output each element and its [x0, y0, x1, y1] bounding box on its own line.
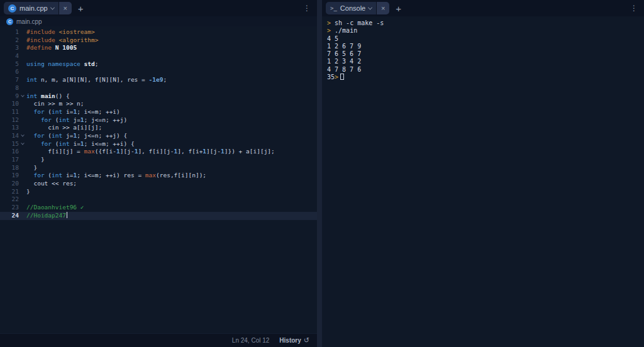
history-icon: ↺	[304, 336, 309, 344]
tab-close-button[interactable]: ×	[377, 2, 389, 14]
fold-spacer	[19, 76, 26, 84]
console-text: 35	[327, 74, 335, 80]
code-line[interactable]: 13 cin >> a[i][j];	[0, 124, 317, 132]
line-number: 8	[0, 84, 19, 92]
line-number: 14	[0, 132, 19, 140]
editor-statusbar: Ln 24, Col 12 History ↺	[0, 333, 317, 347]
line-number: 2	[0, 36, 19, 45]
code-text: for (int j=1; j<=n; ++j)	[26, 116, 127, 124]
code-editor[interactable]: 1#include <iostream>2#include <algorithm…	[0, 26, 317, 333]
code-line[interactable]: 3#define N 1005	[0, 44, 317, 52]
console-text: 4 5	[327, 35, 338, 42]
terminal-icon: >_	[330, 5, 337, 11]
code-line[interactable]: 8	[0, 84, 317, 92]
chevron-down-icon[interactable]	[50, 5, 55, 9]
code-line[interactable]: 10 cin >> m >> n;	[0, 100, 317, 108]
code-text: f[i][j] = max({f[i-1][j-1], f[i][j-1], f…	[26, 148, 275, 156]
code-text: cout << res;	[26, 180, 77, 188]
console-text: 1 2 6 7 9	[327, 43, 361, 50]
tab-label: main.cpp	[19, 4, 48, 12]
console-line: > sh -c make -s	[327, 19, 639, 27]
code-line[interactable]: 7int n, m, a[N][N], f[N][N], res = -1e9;	[0, 76, 317, 84]
code-line[interactable]: 21}	[0, 188, 317, 196]
console-line: 1 2 3 4 2	[327, 58, 639, 65]
line-number: 13	[0, 124, 19, 132]
fold-spacer	[19, 28, 26, 36]
fold-spacer	[19, 68, 26, 76]
code-line[interactable]: 17 }	[0, 156, 317, 164]
line-number: 17	[0, 156, 19, 164]
console-prompt: >	[327, 27, 335, 34]
line-number: 10	[0, 100, 19, 108]
history-button[interactable]: History ↺	[279, 336, 309, 344]
code-line[interactable]: 20 cout << res;	[0, 180, 317, 188]
code-line[interactable]: 15 for (int i=1; i<=m; ++i) {	[0, 140, 317, 148]
fold-spacer	[19, 108, 26, 116]
console-line: 4 5	[327, 35, 639, 43]
code-line[interactable]: 4	[0, 52, 317, 60]
tab-close-button[interactable]: ×	[59, 2, 72, 14]
editor-menu-kebab-icon[interactable]: ⋮	[301, 4, 313, 13]
console-output[interactable]: > sh -c make -s> ./main4 51 2 6 7 97 6 5…	[322, 16, 644, 347]
code-text: cin >> m >> n;	[26, 100, 84, 108]
code-text: }	[26, 188, 30, 196]
breadcrumb: C main.cpp	[0, 16, 317, 26]
console-text: 4 7 8 7 6	[327, 66, 361, 73]
tab-main-cpp[interactable]: C main.cpp	[4, 2, 58, 14]
cursor-position-indicator[interactable]: Ln 24, Col 12	[232, 337, 270, 344]
code-line[interactable]: 14 for (int j=1; j<=n; ++j) {	[0, 132, 317, 140]
code-line[interactable]: 1#include <iostream>	[0, 28, 317, 36]
console-text: 7 6 5 6 7	[327, 50, 361, 57]
close-icon: ×	[381, 4, 385, 12]
app-window: C main.cpp × + ⋮ C main.cpp 1#include <i…	[0, 0, 644, 347]
new-console-button[interactable]: +	[396, 4, 401, 13]
chevron-down-icon[interactable]	[368, 5, 372, 9]
console-menu-kebab-icon[interactable]: ⋮	[628, 4, 640, 13]
fold-spacer	[19, 124, 26, 132]
line-number: 11	[0, 108, 19, 116]
console-text: sh -c make -s	[335, 19, 384, 26]
close-icon: ×	[63, 4, 67, 12]
new-tab-button[interactable]: +	[78, 4, 84, 13]
fold-spacer	[19, 204, 26, 212]
code-line[interactable]: 18 }	[0, 164, 317, 172]
code-line[interactable]: 19 for (int i=1; i<=m; ++i) res = max(re…	[0, 172, 317, 180]
code-line[interactable]: 16 f[i][j] = max({f[i-1][j-1], f[i][j-1]…	[0, 148, 317, 156]
fold-spacer	[19, 164, 26, 172]
code-line[interactable]: 22	[0, 196, 317, 204]
breadcrumb-label: main.cpp	[16, 18, 42, 25]
code-text: #include <iostream>	[26, 28, 95, 36]
code-line[interactable]: 23//Daoanhviet96 ✓	[0, 204, 317, 212]
fold-spacer	[19, 52, 26, 60]
line-number: 18	[0, 164, 19, 172]
code-line[interactable]: 5using namespace std;	[0, 60, 317, 69]
line-number: 4	[0, 52, 19, 60]
fold-spacer	[19, 60, 26, 69]
code-line[interactable]: 11 for (int i=1; i<=m; ++i)	[0, 108, 317, 116]
tab-console[interactable]: >_ Console	[326, 2, 376, 14]
console-line: 1 2 6 7 9	[327, 43, 639, 50]
line-number: 12	[0, 116, 19, 124]
code-text: for (int j=1; j<=n; ++j) {	[26, 132, 127, 140]
console-line: > ./main	[327, 27, 639, 35]
tab-label: Console	[340, 4, 365, 12]
line-number: 23	[0, 204, 19, 212]
code-line[interactable]: 12 for (int j=1; j<=n; ++j)	[0, 116, 317, 124]
code-line[interactable]: 9int main() {	[0, 92, 317, 101]
console-tabbar: >_ Console × + ⋮	[322, 0, 644, 16]
fold-chevron-icon[interactable]	[19, 92, 26, 101]
code-line[interactable]: 24//Hoidap247	[0, 212, 317, 220]
fold-chevron-icon[interactable]	[19, 132, 26, 140]
line-number: 5	[0, 60, 19, 69]
text-caret	[67, 212, 67, 218]
code-text: #define N 1005	[26, 44, 77, 52]
code-line[interactable]: 6	[0, 68, 317, 76]
fold-spacer	[19, 212, 26, 220]
line-number: 22	[0, 196, 19, 204]
fold-spacer	[19, 116, 26, 124]
code-line[interactable]: 2#include <algorithm>	[0, 36, 317, 45]
fold-chevron-icon[interactable]	[19, 140, 26, 148]
editor-tabbar: C main.cpp × + ⋮	[0, 0, 317, 16]
line-number: 21	[0, 188, 19, 196]
pane-resize-handle[interactable]	[317, 0, 322, 347]
